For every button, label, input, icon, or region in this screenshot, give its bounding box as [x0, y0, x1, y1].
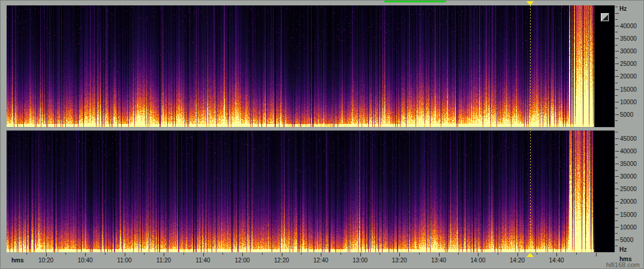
freq-tick — [615, 51, 619, 52]
freq-tick-label: 15000 — [620, 87, 637, 93]
time-tick — [321, 253, 321, 256]
spectrogram-panel-left-channel — [7, 5, 615, 127]
time-tick — [125, 253, 125, 256]
time-tick — [458, 253, 459, 255]
time-tick-label: 11:20 — [157, 258, 171, 264]
freq-tick-label: 25000 — [620, 61, 637, 67]
freq-tick — [615, 45, 618, 46]
freq-tick — [615, 114, 619, 115]
time-tick — [203, 253, 204, 256]
time-tick-label: 10:20 — [38, 258, 53, 264]
freq-tick — [615, 64, 619, 64]
time-tick — [222, 253, 223, 255]
freq-tick-label: 40000 — [620, 23, 637, 29]
time-tick-label: 13:20 — [392, 258, 407, 264]
time-tick — [183, 253, 184, 255]
time-tick — [341, 253, 341, 255]
playhead-line[interactable] — [530, 5, 531, 252]
time-tick — [596, 253, 597, 256]
spectrogram-panel-right-channel — [7, 131, 615, 252]
time-tick — [65, 253, 66, 255]
time-tick-label: 14:20 — [510, 258, 525, 264]
freq-tick — [615, 89, 619, 90]
time-tick — [360, 253, 361, 256]
time-tick-label: 12:40 — [313, 258, 328, 264]
time-tick — [537, 253, 537, 255]
frequency-ruler[interactable]: Hz Hz hms 400003500030000250002000015000… — [615, 1, 644, 269]
viewport-indicator[interactable] — [384, 1, 446, 2]
time-tick — [419, 253, 420, 255]
spectral-view-window: Hz Hz hms 400003500030000250002000015000… — [0, 0, 644, 269]
freq-tick — [615, 32, 618, 32]
freq-unit-label-top: Hz — [619, 6, 627, 12]
time-tick-label: 11:00 — [117, 258, 131, 264]
time-tick — [498, 253, 498, 255]
freq-unit-label-bottom: Hz — [619, 247, 627, 253]
time-tick-label: 10:40 — [77, 258, 92, 264]
freq-tick-label: 30000 — [620, 49, 637, 55]
freq-tick — [615, 164, 619, 164]
time-tick — [144, 253, 145, 255]
freq-tick — [615, 19, 618, 20]
freq-tick-label: 40000 — [620, 149, 637, 155]
freq-tick-label: 20000 — [620, 74, 637, 80]
freq-tick-label: 5000 — [620, 237, 633, 243]
time-tick-label: 14:40 — [549, 258, 564, 264]
freq-tick — [615, 220, 618, 221]
freq-tick — [615, 227, 619, 228]
time-tick-label: 11:40 — [195, 258, 210, 264]
freq-tick — [615, 195, 618, 196]
freq-tick — [615, 102, 619, 102]
freq-tick-label: 15000 — [620, 212, 637, 218]
time-tick — [105, 253, 106, 255]
freq-tick — [615, 151, 619, 152]
freq-tick-label: 5000 — [620, 112, 633, 118]
freq-tick-label: 30000 — [620, 174, 637, 180]
time-ruler[interactable]: hms 10:2010:4011:0011:2011:4012:0012:201… — [7, 253, 615, 265]
playhead-handle-bottom[interactable] — [526, 253, 534, 257]
watermark: hifi168.com — [606, 261, 640, 268]
freq-tick — [615, 76, 619, 77]
right-channel-spectrogram-canvas[interactable] — [7, 131, 615, 252]
freq-tick — [615, 70, 618, 71]
time-tick — [164, 253, 164, 256]
freq-tick-label: 10000 — [620, 225, 637, 231]
time-tick — [301, 253, 302, 255]
freq-tick-label: 20000 — [620, 199, 637, 205]
freq-tick-label: 45000 — [620, 136, 637, 142]
freq-tick-label: 35000 — [620, 161, 637, 167]
freq-tick — [615, 38, 619, 39]
time-tick — [380, 253, 380, 255]
time-unit-label-left: hms — [11, 258, 24, 264]
time-tick — [399, 253, 400, 256]
freq-tick — [615, 240, 619, 240]
freq-tick — [615, 189, 619, 189]
time-tick — [46, 253, 47, 256]
time-tick — [478, 253, 479, 256]
freq-tick — [615, 95, 618, 96]
freq-tick — [615, 132, 618, 132]
freq-tick-label: 25000 — [620, 186, 637, 192]
freq-tick — [615, 13, 619, 14]
freq-tick — [615, 170, 618, 171]
time-tick — [85, 253, 86, 256]
freq-tick — [615, 208, 618, 208]
time-tick-label: 13:00 — [353, 258, 368, 264]
freq-tick — [615, 108, 618, 108]
time-tick — [439, 253, 440, 256]
time-tick — [282, 253, 282, 256]
freq-tick — [615, 176, 619, 177]
panel-corner-button[interactable] — [601, 13, 609, 22]
time-tick — [556, 253, 557, 256]
freq-tick — [615, 58, 618, 58]
time-tick — [26, 253, 27, 255]
freq-tick — [615, 157, 618, 158]
left-channel-spectrogram-canvas[interactable] — [7, 5, 615, 127]
time-tick-label: 13:40 — [431, 258, 446, 264]
time-tick — [242, 253, 243, 256]
playhead-handle-top[interactable] — [526, 1, 534, 5]
freq-tick — [615, 120, 618, 121]
freq-tick — [615, 214, 619, 215]
freq-tick — [615, 246, 618, 246]
time-tick — [262, 253, 263, 255]
